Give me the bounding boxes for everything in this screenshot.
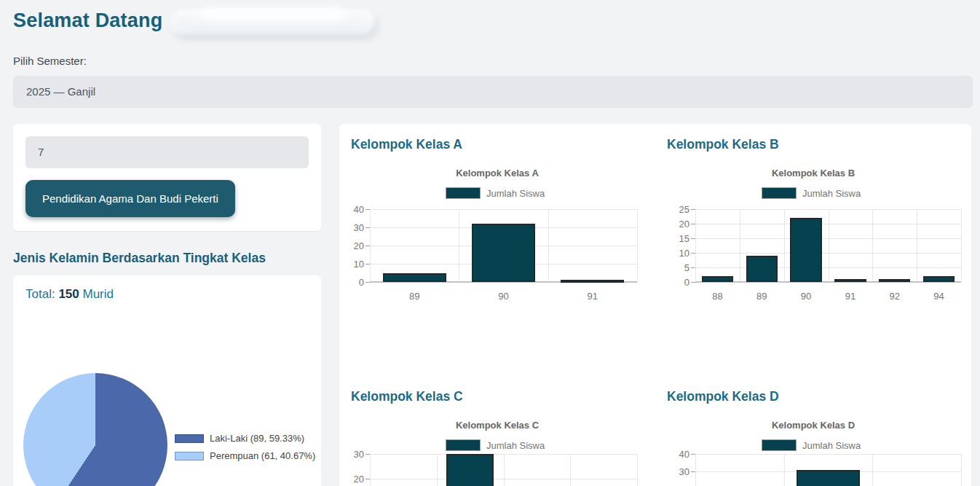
pie-legend-item: Laki-Laki (89, 59.33%) <box>175 433 315 444</box>
chart-title: Kelompok Kelas B <box>655 168 971 179</box>
bar <box>383 273 446 283</box>
y-axis-label: 20 <box>665 219 689 230</box>
filter-card: 7 Pendidikan Agama Dan Budi Pekerti <box>13 124 321 231</box>
kelas-c-section: Kelompok Kelas C Kelompok Kelas CJumlah … <box>339 376 655 486</box>
semester-label: Pilih Semester: <box>13 55 87 67</box>
kelas-d-section: Kelompok Kelas D Kelompok Kelas DJumlah … <box>655 376 971 486</box>
x-axis-line <box>695 281 961 283</box>
bar <box>923 276 955 282</box>
pie-legend-item: Perempuan (61, 40.67%) <box>175 450 315 461</box>
y-axis-label: 25 <box>665 204 689 215</box>
kelas-b-chart: Kelompok Kelas BJumlah Siswa252015105088… <box>655 124 971 376</box>
gender-pie-chart <box>23 373 167 486</box>
bar <box>879 279 910 282</box>
legend-label: Jumlah Siswa <box>802 440 861 451</box>
kelas-c-chart: Kelompok Kelas CJumlah Siswa3020100 <box>339 376 655 486</box>
chart-title: Kelompok Kelas A <box>339 168 655 179</box>
chart-title: Kelompok Kelas C <box>339 420 655 431</box>
kelas-b-section: Kelompok Kelas B Kelompok Kelas BJumlah … <box>655 124 971 376</box>
gridline-vertical <box>695 454 696 486</box>
bar <box>746 256 778 282</box>
left-column: 7 Pendidikan Agama Dan Budi Pekerti Jeni… <box>13 124 321 486</box>
gender-card: Total: 150 Murid Laki-Laki (89, 59.33%)P… <box>13 275 321 486</box>
x-axis-label: 89 <box>396 291 432 302</box>
page-title: Selamat Datang <box>13 9 162 32</box>
bar <box>561 280 624 283</box>
gender-section-heading: Jenis Kelamin Berdasarkan Tingkat Kelas <box>13 251 321 266</box>
gridline-vertical <box>637 454 638 486</box>
x-axis-label: 94 <box>921 291 957 302</box>
gridline-horizontal <box>370 209 637 210</box>
bar <box>702 276 733 282</box>
y-axis-label: 0 <box>665 277 689 288</box>
gridline-vertical <box>504 454 505 486</box>
total-value: 150 <box>58 287 79 301</box>
y-axis-label: 5 <box>665 262 689 273</box>
total-students-line: Total: 150 Murid <box>25 287 114 302</box>
gridline-vertical <box>370 209 371 282</box>
gridline-vertical <box>437 454 438 486</box>
y-axis-label: 30 <box>339 222 364 233</box>
bar <box>834 279 866 282</box>
total-label: Total: <box>25 287 55 301</box>
y-axis-label: 20 <box>339 474 364 485</box>
gridline-vertical <box>917 209 917 282</box>
legend-swatch <box>762 187 797 199</box>
y-axis-label: 30 <box>339 449 364 460</box>
gender-pie-legend: Laki-Laki (89, 59.33%)Perempuan (61, 40.… <box>175 433 315 468</box>
chart-title: Kelompok Kelas D <box>655 420 971 431</box>
y-axis-label: 30 <box>665 466 689 477</box>
legend-label: Jumlah Siswa <box>486 188 545 199</box>
x-axis-label: 88 <box>699 291 735 302</box>
gridline-vertical <box>872 209 873 282</box>
pie-legend-swatch <box>175 452 204 460</box>
legend-label: Jumlah Siswa <box>486 440 545 451</box>
legend-swatch <box>762 439 797 451</box>
kelas-a-chart: Kelompok Kelas AJumlah Siswa403020100899… <box>339 124 655 376</box>
bar <box>446 454 494 486</box>
y-axis-label: 20 <box>339 240 364 251</box>
gridline-horizontal <box>695 454 961 455</box>
gridline-vertical <box>872 454 873 486</box>
y-axis-label: 15 <box>665 233 689 244</box>
gridline-vertical <box>548 209 549 282</box>
x-axis-label: 90 <box>788 291 824 302</box>
gridline-vertical <box>370 454 371 486</box>
semester-select[interactable]: 2025 — Ganjil <box>13 76 973 108</box>
gridline-vertical <box>459 209 459 282</box>
x-axis-label: 89 <box>743 291 780 302</box>
gridline-vertical <box>829 209 829 282</box>
gridline-vertical <box>961 454 962 486</box>
x-axis-label: 91 <box>574 291 611 302</box>
bar <box>790 218 821 282</box>
pie-legend-swatch <box>175 434 204 443</box>
gridline-vertical <box>570 454 571 486</box>
grade-select[interactable]: 7 <box>25 136 309 168</box>
y-axis-label: 40 <box>665 449 689 460</box>
gridline-vertical <box>637 209 638 282</box>
legend-swatch <box>446 187 481 199</box>
gridline-vertical <box>961 209 962 282</box>
y-axis-label: 10 <box>339 259 364 270</box>
redacted-name-blur <box>170 9 374 34</box>
x-axis-label: 90 <box>486 291 522 302</box>
subject-button[interactable]: Pendidikan Agama Dan Budi Pekerti <box>25 180 235 217</box>
x-axis-label: 91 <box>832 291 869 302</box>
x-axis-label: 92 <box>877 291 913 302</box>
total-unit: Murid <box>82 287 114 301</box>
legend-label: Jumlah Siswa <box>802 188 861 199</box>
y-axis-label: 0 <box>339 277 364 288</box>
kelas-d-chart: Kelompok Kelas DJumlah Siswa403020100 <box>655 376 971 486</box>
legend-swatch <box>446 439 481 451</box>
bar <box>797 470 859 486</box>
bar <box>472 224 535 282</box>
gridline-vertical <box>740 209 740 282</box>
charts-panel: Kelompok Kelas A Kelompok Kelas AJumlah … <box>339 124 971 486</box>
kelas-a-section: Kelompok Kelas A Kelompok Kelas AJumlah … <box>339 124 655 376</box>
gridline-vertical <box>784 454 785 486</box>
gridline-vertical <box>784 209 785 282</box>
pie-legend-label: Laki-Laki (89, 59.33%) <box>210 433 304 444</box>
pie-legend-label: Perempuan (61, 40.67%) <box>210 450 315 461</box>
y-axis-label: 40 <box>339 204 364 215</box>
y-axis-label: 10 <box>665 248 689 259</box>
